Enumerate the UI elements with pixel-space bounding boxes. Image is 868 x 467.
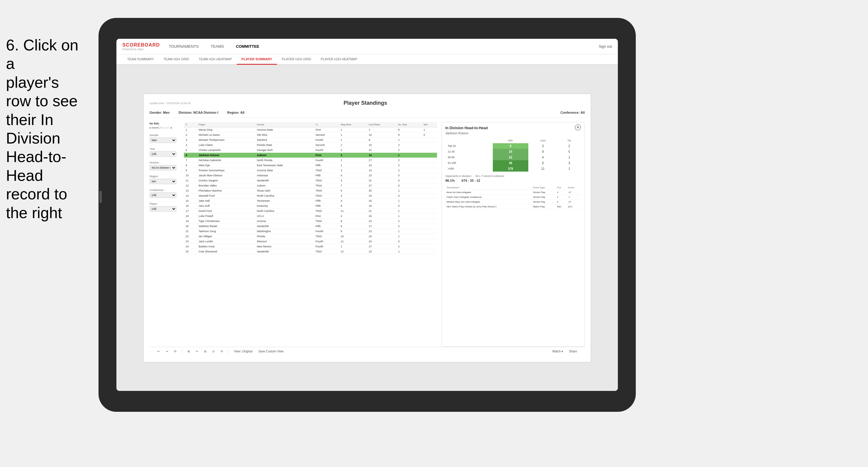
scissors-button[interactable]: ✂ <box>194 349 200 354</box>
table-row[interactable]: 1 Wenyi Ding Arizona State First 1 1 8 1 <box>184 127 437 132</box>
region-select[interactable]: N/A <box>150 179 177 184</box>
close-button[interactable]: ✕ <box>575 124 581 130</box>
h2h-row-label: Top 10 <box>445 143 493 149</box>
conference-filter-group: Conference (All) <box>150 189 179 198</box>
standings-table: # Player School Yr Reg Rank Conf Rank No… <box>184 122 437 254</box>
refresh-button[interactable]: ⟳ <box>172 349 178 354</box>
table-row[interactable]: 5 Christo Lamprecht Georgia Tech Fourth … <box>184 147 437 153</box>
view-original-button[interactable]: View: Original <box>232 349 254 354</box>
table-row[interactable]: 21 Taehoon Song Washington Fourth 6 23 1 <box>184 228 437 234</box>
tab-team-summary[interactable]: TEAM SUMMARY <box>122 54 159 65</box>
filter-conference: Conference: All <box>561 111 585 114</box>
table-row[interactable]: 6 Jackson Koivun Auburn First 2 14 1 <box>184 153 437 158</box>
cell-reg-rank: 3 <box>339 168 367 173</box>
cell-player: Cole Sherwood <box>197 249 255 254</box>
nav-tournaments[interactable]: TOURNAMENTS <box>169 43 199 50</box>
record-value: 674 - 33 - 12 <box>461 179 480 182</box>
table-row[interactable]: 16 Alex Goff Kentucky Fifth 8 19 0 <box>184 203 437 208</box>
share-button[interactable]: Share <box>567 349 579 354</box>
update-label: Update time: <box>150 102 165 105</box>
add-button[interactable]: ⊕ <box>186 349 192 354</box>
table-row[interactable]: 7 Nicholas Gabrelcik North Florida Fourt… <box>184 158 437 163</box>
tab-player-summary[interactable]: PLAYER SUMMARY <box>237 54 277 65</box>
table-area: # Player School Yr Reg Rank Conf Rank No… <box>184 122 437 347</box>
cell-yr: Third <box>314 234 339 239</box>
no-rds-filter: No Rds. 0 6 <box>150 122 179 129</box>
tab-team-h2h-heatmap[interactable]: TEAM H2H HEATMAP <box>194 54 237 65</box>
table-row[interactable]: 23 Jack Lundin Missouri Fourth 11 24 0 <box>184 239 437 244</box>
cell-conf-rank: 23 <box>367 193 396 198</box>
cell-win <box>422 218 437 223</box>
target-button[interactable]: ⊙ <box>211 349 216 354</box>
table-row[interactable]: 12 Brendan Valles Auburn Third 7 27 0 <box>184 183 437 188</box>
cell-yr: Third <box>314 193 339 198</box>
cell-school: Arkansas <box>255 173 314 178</box>
tab-player-h2h-heatmap[interactable]: PLAYER H2H HEATMAP <box>316 54 362 65</box>
nav-teams[interactable]: TEAMS <box>211 43 224 50</box>
h2h-row-label: 11-25 <box>445 149 493 155</box>
cell-num: 10 <box>184 173 197 178</box>
cell-reg-rank: 11 <box>339 208 367 213</box>
cell-conf-rank: 20 <box>367 198 396 203</box>
cell-yr: Third <box>314 178 339 183</box>
division-select[interactable]: NCAA Division I <box>150 165 177 170</box>
cell-player: Luke Powell <box>197 213 255 218</box>
cell-reg-rank: 4 <box>339 173 367 178</box>
table-row[interactable]: 4 Luke Claton Florida State Second 1 10 … <box>184 142 437 147</box>
watch-button[interactable]: Watch ▾ <box>551 349 565 354</box>
cell-rds: 2 <box>396 163 422 168</box>
table-row[interactable]: 18 Luke Powell UCLA First 4 24 1 <box>184 213 437 218</box>
cell-num: 3 <box>184 137 197 142</box>
table-row[interactable]: 2 Michael La Sasso Ole Miss Second 1 10 … <box>184 132 437 137</box>
h2h-row-loss: 6 <box>528 160 558 166</box>
table-row[interactable]: 17 David Ford North Carolina Third 11 21… <box>184 208 437 213</box>
table-row[interactable]: 19 Tiger Christensen Arizona Third 8 23 … <box>184 218 437 223</box>
table-row[interactable]: 13 Phichaksn Maichon Texas A&M Third 6 3… <box>184 188 437 193</box>
cell-win <box>422 193 437 198</box>
cell-school: Missouri <box>255 239 314 244</box>
conference-select[interactable]: (All) <box>150 192 177 198</box>
rds-slider[interactable]: 0 6 <box>150 127 179 129</box>
cell-rds: 1 <box>396 234 422 239</box>
sync-button[interactable]: ⟳ <box>219 349 225 354</box>
cell-player: David Ford <box>197 208 255 213</box>
sign-out-button[interactable]: Sign out <box>599 44 612 49</box>
cell-conf-rank: 14 <box>367 153 396 158</box>
filter-division: Division: NCAA Division I <box>179 111 218 114</box>
t-name: Amer Ari Intercollegiate <box>445 190 532 194</box>
undo-button[interactable]: ↩ <box>156 349 161 354</box>
h2h-col-label <box>445 138 493 143</box>
slider-min: 0 <box>150 127 151 129</box>
table-row[interactable]: 10 Jacob Mow-Obesso Arkansas Fifth 4 23 … <box>184 173 437 178</box>
logo-text: SCOREBOARD <box>122 42 160 48</box>
tab-team-h2h-grid[interactable]: TEAM H2H GRID <box>159 54 194 65</box>
table-row[interactable]: 8 Mats Ege East Tennessee State Fifth 1 … <box>184 163 437 168</box>
cell-player: Christo Lamprecht <box>197 147 255 153</box>
table-row[interactable]: 9 Preston Summerhays Arizona State Third… <box>184 168 437 173</box>
year-select[interactable]: (All) <box>150 151 177 157</box>
tab-player-h2h-grid[interactable]: PLAYER H2H GRID <box>277 54 316 65</box>
cell-num: 22 <box>184 234 197 239</box>
player-select[interactable]: (All) <box>150 206 177 212</box>
cell-rds: 1 <box>396 137 422 142</box>
nav-committee[interactable]: COMMITTEE <box>236 43 259 50</box>
region-filter-group: Region N/A <box>150 175 179 184</box>
h2h-row: 26-50 22 4 1 <box>445 155 581 160</box>
table-row[interactable]: 25 Cole Sherwood Vanderbilt Third 12 23 … <box>184 249 437 254</box>
save-custom-button[interactable]: Save Custom View <box>257 349 285 354</box>
tablet-side-button[interactable] <box>99 191 102 203</box>
table-row[interactable]: 15 Jake Hall Tennessee Fifth 4 20 1 <box>184 198 437 203</box>
gender-select[interactable]: Men <box>150 137 177 143</box>
table-row[interactable]: 14 Maxwell Ford North Carolina Third 3 2… <box>184 193 437 198</box>
cell-school: East Tennessee State <box>255 163 314 168</box>
table-row[interactable]: 20 Matthew Riedel Vanderbilt Fifth 8 17 … <box>184 223 437 228</box>
copy-button[interactable]: ⧉ <box>203 349 208 354</box>
table-row[interactable]: 11 Gordon Sargent Vanderbilt Third 4 21 … <box>184 178 437 183</box>
table-row[interactable]: 24 Bastien Amat New Mexico Fourth 1 27 2 <box>184 244 437 249</box>
redo-button[interactable]: ↪ <box>164 349 170 354</box>
h2h-row-loss: 11 <box>528 166 558 172</box>
table-row[interactable]: 3 Michael Thorbjornsen Stanford Fourth 1… <box>184 137 437 142</box>
t-type: Stroke Play <box>532 194 556 199</box>
table-row[interactable]: 22 Ian Gilligan Florida Third 10 24 1 <box>184 234 437 239</box>
cell-school: Florida <box>255 234 314 239</box>
